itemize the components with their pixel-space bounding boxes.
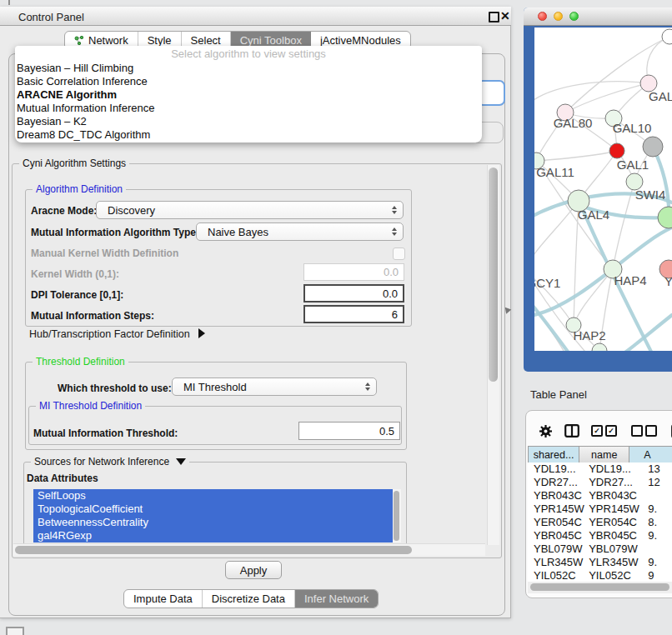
data-attributes-list[interactable]: SelfLoopsTopologicalCoefficientBetweenne…: [33, 489, 401, 542]
table-row[interactable]: YPR145WYPR145W9.: [528, 502, 672, 516]
table-row[interactable]: YBL079WYBL079W: [528, 542, 672, 556]
float-window-icon[interactable]: [489, 12, 499, 22]
tab-label: Cyni Toolbox: [240, 34, 302, 47]
tab-label: Infer Network: [304, 592, 369, 605]
table-row[interactable]: YBR043CYBR043C: [528, 489, 672, 502]
network-node-SWI4[interactable]: [658, 207, 672, 228]
table-row[interactable]: YLR345WYLR345W9.: [528, 556, 672, 569]
cell-shared-name: YDR27...: [528, 476, 589, 489]
mi-algorithm-type-label: Mutual Information Algorithm Type:: [31, 227, 199, 238]
network-node[interactable]: [592, 343, 607, 351]
node-label: SWI4: [635, 188, 666, 202]
table-toolbar: ✓✓: [539, 421, 672, 441]
cell-shared-name: YLR345W: [528, 556, 589, 569]
attributes-scrollbar-thumb[interactable]: [394, 491, 399, 541]
network-canvas[interactable]: GALGAL80GAL10GAL1GAL11GAL4SWI4GCY1HAP4YH…: [534, 28, 672, 351]
split-columns-icon[interactable]: [564, 424, 579, 438]
cell-value: 8.: [648, 516, 672, 529]
dpi-tolerance-field[interactable]: 0.0: [303, 284, 404, 302]
cell-shared-name: YBR045C: [528, 529, 589, 542]
which-threshold-label: Which threshold to use:: [58, 382, 172, 394]
table-row[interactable]: YDR27...YDR27...12: [528, 476, 672, 489]
network-edge[interactable]: [574, 269, 613, 325]
mi-threshold-field[interactable]: 0.5: [298, 422, 400, 440]
close-panel-icon[interactable]: ✕: [500, 9, 510, 22]
column-header-shared[interactable]: shared...: [529, 447, 579, 462]
mi-threshold-definition-title: MI Threshold Definition: [36, 400, 145, 412]
mi-algorithm-type-combobox[interactable]: Naive Bayes: [196, 222, 404, 241]
gear-icon[interactable]: [539, 424, 553, 438]
network-edge[interactable]: [534, 82, 649, 102]
table-row[interactable]: YER054CYER054C8.: [528, 516, 672, 529]
cyni-algorithm-settings-title: Cyni Algorithm Settings: [19, 158, 129, 169]
kernel-width-field[interactable]: 0.0: [303, 263, 404, 281]
dropdown-list: Bayesian – Hill ClimbingBasic Correlatio…: [15, 62, 482, 142]
attribute-list-item[interactable]: TopologicalCoefficient: [33, 502, 393, 516]
tab-label: Discretize Data: [212, 592, 285, 605]
close-traffic-light[interactable]: [538, 12, 547, 21]
zoom-traffic-light[interactable]: [569, 12, 579, 21]
manual-kernel-width-checkbox[interactable]: [393, 248, 405, 260]
dropdown-item[interactable]: Bayesian – K2: [15, 115, 482, 128]
table-header-row: shared...nameA: [528, 446, 672, 463]
node-label: HAP2: [573, 328, 605, 342]
unchecked-boxes-icon[interactable]: [631, 425, 659, 437]
sources-expander[interactable]: Sources for Network Inference: [31, 456, 189, 468]
checked-boxes-icon[interactable]: ✓✓: [591, 425, 619, 437]
dropdown-item[interactable]: Mutual Information Inference: [15, 102, 482, 115]
stepper-arrows-icon: [365, 382, 370, 391]
dropdown-placeholder: Select algorithm to view settings: [15, 46, 482, 62]
minimize-traffic-light[interactable]: [554, 12, 563, 21]
table-row[interactable]: YIL052CYIL052C9: [528, 569, 672, 582]
table-hscrollbar-thumb[interactable]: [530, 583, 669, 591]
table-panel-title: Table Panel: [530, 388, 587, 401]
table-row[interactable]: YBR045CYBR045C9.: [528, 529, 672, 542]
network-node[interactable]: [662, 29, 672, 44]
table-row[interactable]: YDL19...YDL19...13: [528, 462, 672, 476]
tab-label: jActiveMNodules: [320, 34, 401, 47]
node-label: GAL80: [554, 116, 593, 130]
which-threshold-combobox[interactable]: MI Threshold: [172, 378, 377, 396]
node-label: GCY1: [534, 276, 560, 290]
aracne-mode-value: Discovery: [108, 204, 155, 217]
cell-value: 12: [648, 476, 672, 489]
cell-shared-name: YDL19...: [528, 462, 589, 476]
column-header-name[interactable]: name: [579, 447, 629, 462]
screenshot-stage: Control Panel ✕ NetworkStyleSelectCyni T…: [0, 0, 672, 635]
mi-steps-label: Mutual Information Steps:: [31, 310, 154, 322]
dropdown-item[interactable]: ARACNE Algorithm: [15, 88, 482, 102]
cell-value: 13: [648, 462, 672, 476]
network-node-GAL1[interactable]: [609, 143, 624, 158]
node-label: GAL1: [617, 158, 649, 172]
attribute-list-item[interactable]: BetweennessCentrality: [33, 516, 393, 529]
settings-hscrollbar-thumb[interactable]: [15, 546, 412, 554]
bottom-corner-icon[interactable]: [6, 627, 24, 635]
cell-value: 9.: [648, 502, 672, 516]
dropdown-item[interactable]: Dream8 DC_TDC Algorithm: [15, 128, 482, 142]
attribute-list-item[interactable]: SelfLoops: [33, 489, 393, 502]
hub-definition-expander[interactable]: Hub/Transcription Factor Definition: [29, 328, 205, 340]
dpi-tolerance-label: DPI Tolerance [0,1]:: [31, 289, 123, 301]
tab-discretize-data[interactable]: Discretize Data: [203, 590, 295, 608]
control-panel-title: Control Panel: [18, 11, 84, 23]
aracne-mode-label: Aracne Mode:: [31, 205, 97, 217]
dropdown-item[interactable]: Bayesian – Hill Climbing: [15, 62, 482, 75]
aracne-mode-combobox[interactable]: Discovery: [96, 201, 404, 219]
network-node[interactable]: [643, 137, 663, 157]
cell-name: YER054C: [589, 516, 648, 529]
mi-steps-field[interactable]: 6: [303, 305, 404, 323]
column-header-A[interactable]: A: [629, 447, 672, 462]
apply-button[interactable]: Apply: [225, 561, 282, 579]
network-edge[interactable]: [536, 151, 617, 161]
top-edge-tick: [8, 0, 10, 5]
expand-right-icon: [198, 328, 205, 338]
expand-down-icon: [176, 458, 186, 465]
network-edge-highlighted[interactable]: [534, 228, 672, 315]
cell-name: YBR043C: [589, 489, 648, 502]
tab-impute-data[interactable]: Impute Data: [124, 590, 203, 608]
network-edge[interactable]: [565, 83, 649, 112]
tab-infer-network[interactable]: Infer Network: [295, 590, 378, 608]
dropdown-item[interactable]: Basic Correlation Inference: [15, 75, 482, 88]
attribute-list-item[interactable]: gal4RGexp: [33, 529, 393, 542]
settings-vscrollbar-thumb[interactable]: [489, 168, 498, 382]
